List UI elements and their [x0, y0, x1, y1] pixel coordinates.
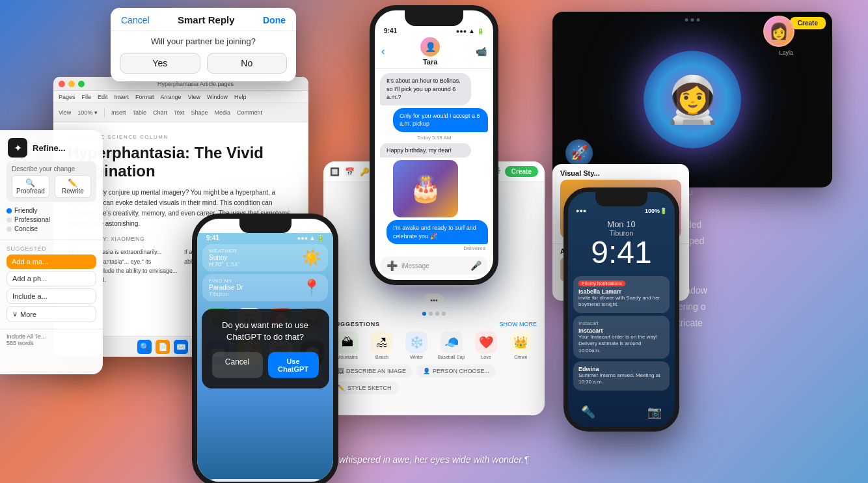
word-count: 585 words [7, 340, 96, 346]
suggestion-baseball-cap[interactable]: 🧢 Baseball Cap [435, 331, 467, 359]
add-photo-btn[interactable]: Add a ph... [7, 271, 96, 286]
dock-icon-finder[interactable]: 🔍 [137, 340, 152, 354]
person-icon: 👤 [423, 368, 430, 374]
weather-label: Weather [209, 248, 240, 254]
traffic-light-yellow[interactable] [68, 81, 75, 87]
iphone-notch [405, 10, 463, 26]
weather-widget[interactable]: Weather Sunny H:70° L:54° ☀️ [202, 244, 328, 271]
delivered-label: Delivered [377, 245, 491, 251]
add-icon[interactable]: ➕ [387, 260, 398, 271]
ipad-top-right: Create 👩 Layla 👩‍🚀 🚀 Astronaut [552, 12, 832, 187]
map-icon: 📍 [302, 279, 321, 297]
ipad-icon-3[interactable]: 🔑 [360, 167, 370, 176]
siri-bar[interactable]: 🎤 Ask Siri... [204, 479, 327, 483]
lock-battery: 100%🔋 [645, 208, 667, 214]
dock-icon-pages[interactable]: 📄 [156, 340, 170, 354]
notif-title-2: Instacart [578, 327, 664, 334]
user-label: Layla [779, 49, 793, 56]
smart-reply-title: Smart Reply [178, 14, 235, 25]
find-my-location: Paradise Dr [209, 284, 243, 291]
ipad-dots [685, 18, 700, 21]
dialog-cancel-btn[interactable]: Cancel [212, 352, 263, 378]
avatar-glow: 👩‍🚀 [644, 51, 741, 148]
chatgpt-refine-label: Refine... [33, 143, 66, 153]
mac-toolbar: View 100% ▾ Insert Table Chart Text Shap… [53, 103, 308, 122]
wifi-icon-2: ▲ [309, 234, 316, 242]
lock-time: 9:41 [568, 237, 675, 273]
chatgpt-dialog-text: Do you want me to use ChatGPT to do that… [212, 320, 319, 343]
suggestion-winter[interactable]: ❄️ Winter [401, 331, 433, 359]
include-btn[interactable]: Include a... [7, 288, 96, 304]
smart-reply-done[interactable]: Done [263, 15, 286, 25]
traffic-light-red[interactable] [59, 81, 65, 87]
priority-badge: Priority Notifications [578, 281, 625, 286]
proofread-btn[interactable]: 🔍 Proofread [12, 175, 49, 198]
video-call-icon[interactable]: 📹 [476, 46, 487, 57]
smart-reply-question: Will your partner be joining? [111, 31, 296, 53]
temp-low: L:54° [226, 261, 240, 268]
bottom-text: whispered in awe, her eyes wide with won… [339, 454, 529, 465]
dynamic-island [239, 219, 292, 233]
three-dots-btn[interactable]: ••• [424, 294, 444, 307]
smart-reply-yes-btn[interactable]: Yes [120, 53, 200, 74]
iphone-chatgpt: 9:41 ●●● ▲ 🔋 Weather Sunny H:70° L:54° ☀… [192, 214, 338, 483]
find-my-label: Find My [209, 278, 243, 284]
rewrite-btn[interactable]: ✏️ Rewrite [55, 175, 91, 198]
smart-reply-no-btn[interactable]: No [207, 53, 288, 74]
lock-notification-2[interactable]: Instacart Instacart Your Instacart order… [573, 316, 670, 359]
dot-navigation [331, 312, 537, 316]
lock-notch [595, 192, 647, 206]
find-my-widget[interactable]: Find My Paradise Dr Tiburon 📍 [202, 274, 328, 301]
describe-image-btn[interactable]: 🖼 DESCRIBE AN IMAGE [331, 365, 413, 378]
notif-app-instacart: Instacart [578, 320, 664, 326]
visual-style-label: Visual Sty... [560, 169, 681, 177]
weather-icon: ☀️ [302, 249, 321, 267]
add-map-btn[interactable]: Add a ma... [7, 255, 96, 269]
suggestion-love[interactable]: ❤️ Love [470, 331, 502, 359]
suggestion-crown[interactable]: 👑 Crown [505, 331, 537, 359]
message-sent-2: I'm awake and ready to surf and celebrat… [387, 220, 488, 244]
message-thread: It's about an hour to Bolinas, so I'll p… [375, 69, 493, 255]
lock-torch-icon[interactable]: 🔦 [581, 405, 595, 419]
divider [104, 108, 105, 117]
ipad-icon-1[interactable]: 🔲 [330, 167, 340, 176]
message-sent-1: Only for you would I accept a 6 a.m. pic… [393, 108, 488, 132]
suggested-label: Suggested [7, 245, 96, 252]
microphone-icon[interactable]: 🎤 [470, 260, 481, 271]
create-btn-ipad[interactable]: Create [505, 166, 538, 177]
lock-notification-1[interactable]: Priority Notifications Isabella Lamarr i… [573, 276, 670, 313]
create-button[interactable]: Create [790, 17, 826, 29]
message-input-bar[interactable]: ➕ iMessage 🎤 [380, 256, 488, 275]
style-sketch-btn[interactable]: ✏️ STYLE SKETCH [331, 381, 398, 394]
notif-title-3: Edwina [578, 366, 664, 372]
suggestions-label: SUGGESTIONS [331, 321, 380, 327]
iphone-time-chatgpt: 9:41 [206, 234, 219, 242]
lock-notification-3[interactable]: Edwina Summer Interns arrived. Meeting a… [573, 361, 670, 391]
suggestion-beach[interactable]: 🏖 Beach [366, 331, 398, 359]
dialog-use-chatgpt-btn[interactable]: Use ChatGPT [268, 352, 319, 378]
lock-camera-icon[interactable]: 📷 [647, 405, 662, 419]
message-time: Today 5:38 AM [377, 135, 491, 141]
mac-menubar: Pages File Edit Insert Format Arrange Vi… [53, 91, 308, 103]
image-icon: 🖼 [338, 368, 344, 374]
show-more-btn[interactable]: SHOW MORE [500, 321, 537, 327]
chatgpt-logo: ✦ [8, 138, 27, 158]
wifi-icon: ▲ [468, 27, 475, 34]
person-choose-btn[interactable]: 👤 PERSON CHOOSE... [416, 365, 496, 378]
circle-icon-2 [7, 217, 12, 223]
birthday-image: 🎂 [393, 160, 458, 217]
message-placeholder: iMessage [401, 262, 467, 269]
notif-body-2: Your Instacart order is on the way! Deli… [578, 334, 664, 354]
circle-icon-3 [7, 227, 12, 232]
style-icon: ✏️ [338, 385, 345, 391]
smart-reply-cancel[interactable]: Cancel [121, 15, 150, 25]
more-btn[interactable]: ∨ More [7, 306, 96, 322]
traffic-light-green[interactable] [78, 81, 85, 87]
dock-icon-mail[interactable]: ✉️ [174, 340, 188, 354]
ipad-icon-2[interactable]: 📅 [345, 167, 355, 176]
iphone-messages: 9:41 ●●● ▲ 🔋 ‹ 👤 Tara 📹 It's about an ho… [370, 5, 498, 285]
temp-high: H:70° [209, 261, 224, 268]
user-avatar: 👩 [763, 16, 794, 47]
notif-body-3: Summer Interns arrived. Meeting at 10:30… [578, 372, 664, 386]
include-footer: Include All Te... [7, 333, 96, 340]
